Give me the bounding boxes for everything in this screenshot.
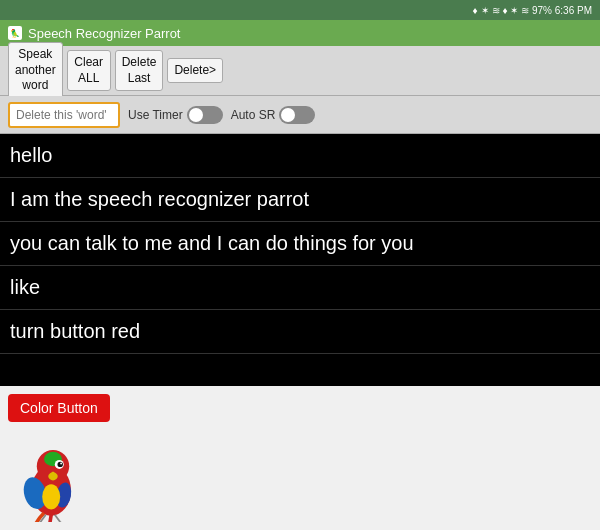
toolbar: Speak another word Clear ALL Delete Last… (0, 46, 600, 96)
parrot-svg (8, 432, 98, 522)
bluetooth-icon: ✶ (481, 5, 489, 16)
use-timer-group: Use Timer (128, 106, 223, 124)
title-bar: 🦜 Speech Recognizer Parrot (0, 20, 600, 46)
auto-sr-group: Auto SR (231, 106, 316, 124)
wifi-icon: ≋ (492, 5, 500, 16)
auto-sr-label: Auto SR (231, 108, 276, 122)
app-icon: 🦜 (8, 26, 22, 40)
location-icon: ♦ (472, 5, 477, 16)
input-row: Use Timer Auto SR (0, 96, 600, 134)
speech-line: hello (0, 134, 600, 178)
clear-all-button[interactable]: Clear ALL (67, 50, 111, 91)
speech-line: turn button red (0, 310, 600, 354)
app-title: Speech Recognizer Parrot (28, 26, 180, 41)
battery-text: ♦ ✶ ≋ 97% 6:36 PM (503, 5, 592, 16)
svg-point-3 (42, 484, 60, 509)
speech-line: I am the speech recognizer parrot (0, 178, 600, 222)
delete-word-input[interactable] (8, 102, 120, 128)
use-timer-toggle[interactable] (187, 106, 223, 124)
auto-sr-toggle[interactable] (279, 106, 315, 124)
svg-point-7 (58, 462, 63, 467)
status-bar: ♦ ✶ ≋ ♦ ✶ ≋ 97% 6:36 PM (0, 0, 600, 20)
main-content: Speak another word Clear ALL Delete Last… (0, 46, 600, 530)
speak-another-word-button[interactable]: Speak another word (8, 42, 63, 99)
color-button[interactable]: Color Button (8, 394, 110, 422)
action-area: Color Button (0, 386, 600, 530)
use-timer-label: Use Timer (128, 108, 183, 122)
speech-line: like (0, 266, 600, 310)
parrot-image (8, 432, 98, 522)
svg-line-13 (55, 515, 60, 522)
speech-line: you can talk to me and I can do things f… (0, 222, 600, 266)
status-icons: ♦ ✶ ≋ ♦ ✶ ≋ 97% 6:36 PM (472, 5, 592, 16)
svg-point-8 (60, 463, 62, 465)
speech-output-area: helloI am the speech recognizer parrotyo… (0, 134, 600, 386)
delete-arrow-button[interactable]: Delete> (167, 58, 223, 84)
delete-last-button[interactable]: Delete Last (115, 50, 164, 91)
